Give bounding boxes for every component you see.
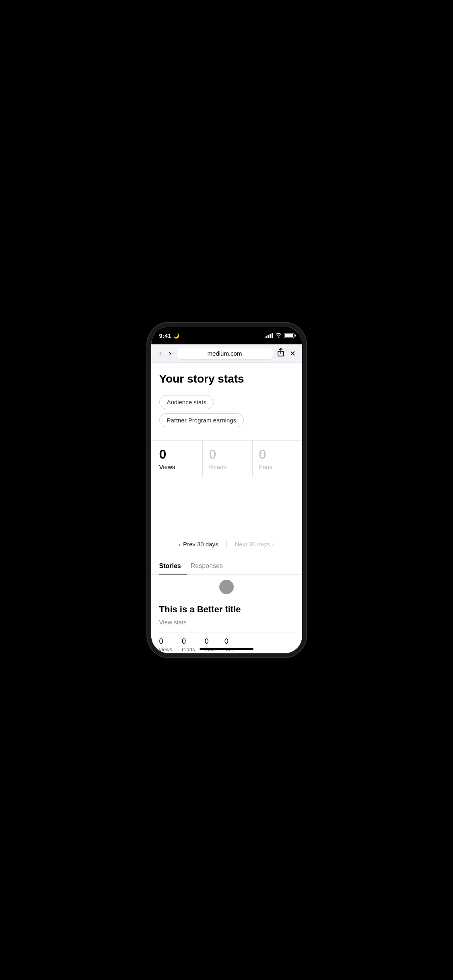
reads-number: 0 xyxy=(209,447,252,462)
story-views-stat: 0 views xyxy=(159,637,173,652)
story-divider xyxy=(159,632,294,632)
pagination-divider xyxy=(226,540,227,548)
audience-stats-tab[interactable]: Audience stats xyxy=(159,395,214,409)
story-reads-stat: 0 reads xyxy=(182,637,195,652)
story-views-number: 0 xyxy=(159,637,173,646)
next-nav-button[interactable]: Next 30 days › xyxy=(235,541,275,548)
close-button[interactable]: ✕ xyxy=(290,349,296,358)
story-ratio-number: 0 xyxy=(205,637,215,646)
browser-bar: ‹ › medium.com ✕ xyxy=(151,344,302,363)
home-indicator xyxy=(200,648,253,650)
story-reads-label: reads xyxy=(182,646,195,652)
story-views-label: views xyxy=(159,646,173,652)
story-card: This is a Better title View stats 0 view… xyxy=(151,597,302,652)
filter-tabs: Audience stats Partner Program earnings xyxy=(159,395,294,427)
url-bar[interactable]: medium.com xyxy=(177,348,273,359)
reads-label: Reads xyxy=(209,463,252,470)
back-button[interactable]: ‹ xyxy=(158,348,163,358)
status-bar: 9:41 🌙 xyxy=(151,327,302,344)
scroll-indicator xyxy=(151,575,302,597)
share-button[interactable] xyxy=(277,348,285,359)
prev-label: Prev 30 days xyxy=(183,541,218,548)
prev-nav-button[interactable]: ‹ Prev 30 days xyxy=(179,541,218,548)
status-icons xyxy=(266,333,294,339)
browser-actions: ✕ xyxy=(277,348,296,359)
story-title: This is a Better title xyxy=(159,604,294,616)
signal-icon xyxy=(266,333,273,338)
status-time: 9:41 🌙 xyxy=(159,332,179,339)
fans-stat: 0 Fans xyxy=(253,441,302,477)
forward-button[interactable]: › xyxy=(167,348,173,358)
tab-stories[interactable]: Stories xyxy=(159,558,181,574)
partner-program-tab[interactable]: Partner Program earnings xyxy=(159,413,244,427)
tab-responses[interactable]: Responses xyxy=(191,558,223,574)
content-tabs: Stories Responses xyxy=(151,558,302,575)
stats-row: 0 Views 0 Reads 0 Fans xyxy=(151,441,302,477)
views-number: 0 xyxy=(159,447,202,462)
moon-icon: 🌙 xyxy=(173,333,179,339)
next-chevron-icon: › xyxy=(272,541,274,548)
prev-chevron-icon: ‹ xyxy=(179,541,181,548)
page-content: Your story stats Audience stats Partner … xyxy=(151,363,302,652)
time-label: 9:41 xyxy=(159,332,171,339)
view-stats-link[interactable]: View stats xyxy=(159,619,294,626)
reads-stat: 0 Reads xyxy=(203,441,253,477)
next-label: Next 30 days xyxy=(235,541,270,548)
views-stat: 0 Views xyxy=(151,441,203,477)
phone-frame: 9:41 🌙 ‹ › medium.com xyxy=(151,327,302,653)
page-title: Your story stats xyxy=(159,373,294,385)
scroll-dot xyxy=(219,580,234,594)
chart-area xyxy=(151,477,302,533)
views-label: Views xyxy=(159,463,202,470)
battery-icon xyxy=(284,333,294,338)
fans-label: Fans xyxy=(259,463,302,470)
story-reads-number: 0 xyxy=(182,637,195,646)
fans-number: 0 xyxy=(259,447,302,462)
pagination: ‹ Prev 30 days Next 30 days › xyxy=(151,533,302,554)
wifi-icon xyxy=(275,333,282,339)
tab-underline xyxy=(159,574,187,574)
story-fans-number: 0 xyxy=(224,637,235,646)
